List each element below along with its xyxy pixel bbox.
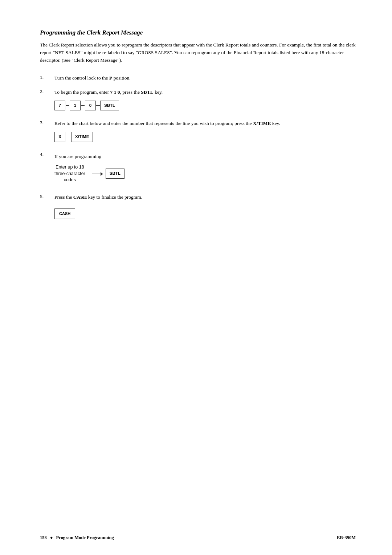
step-2-content: To begin the program, enter 7 1 0, press… <box>54 89 356 114</box>
footer-bullet: ● <box>50 535 53 540</box>
key-7: 7 <box>54 101 65 111</box>
arrow-to-sbtl <box>92 174 103 174</box>
step-4-number: 4. <box>40 151 54 157</box>
step-5: 5. Press the CASH key to finalize the pr… <box>40 194 356 219</box>
step-2-number: 2. <box>40 89 54 94</box>
dash-4 <box>66 137 70 138</box>
arrow-line <box>92 174 103 174</box>
step-3-number: 3. <box>40 120 54 126</box>
step-3-content: Refer to the chart below and enter the n… <box>54 120 356 145</box>
step-5-number: 5. <box>40 194 54 199</box>
step3-key-diagram: X X/TIME <box>54 132 356 142</box>
footer-page-number: 158 <box>40 535 47 540</box>
step4-label-line1: Enter up to 18 <box>56 165 84 170</box>
step-1: 1. Turn the control lock to the P positi… <box>40 74 356 82</box>
footer: 158 ● Program Mode Programming ER-390M <box>40 532 356 540</box>
step-4: 4. If you are programming Enter up to 18… <box>40 151 356 187</box>
footer-model: ER-390M <box>337 535 356 540</box>
step4-diagram: Enter up to 18 three-character codes SBT… <box>54 164 356 183</box>
step-4-content: If you are programming Enter up to 18 th… <box>54 153 356 187</box>
section-title: Programming the Clerk Report Message <box>40 29 356 36</box>
key-cash: CASH <box>54 208 75 219</box>
dash-1 <box>66 105 69 106</box>
key-xtime: X/TIME <box>71 132 93 142</box>
step-3: 3. Refer to the chart below and enter th… <box>40 120 356 145</box>
cash-key-container: CASH <box>54 205 356 219</box>
steps-list: 1. Turn the control lock to the P positi… <box>40 74 356 219</box>
key-sbtl-step4: SBTL <box>106 169 124 179</box>
step-5-content: Press the CASH key to finalize the progr… <box>54 194 356 219</box>
step-2: 2. To begin the program, enter 7 1 0, pr… <box>40 89 356 114</box>
key-x: X <box>54 132 65 142</box>
footer-left: 158 ● Program Mode Programming <box>40 535 114 540</box>
step-1-content: Turn the control lock to the P position. <box>54 74 356 82</box>
key-0: 0 <box>85 101 96 111</box>
step4-label: Enter up to 18 three-character codes <box>54 164 85 183</box>
page: Programming the Clerk Report Message The… <box>0 0 392 555</box>
dash-3 <box>96 105 100 106</box>
key-sbtl-step2: SBTL <box>100 101 119 111</box>
key-1: 1 <box>70 101 81 111</box>
intro-text: The Clerk Report selection allows you to… <box>40 41 356 64</box>
dash-2 <box>81 105 85 106</box>
footer-section: Program Mode Programming <box>56 535 114 540</box>
step2-key-diagram: 7 1 0 SBTL <box>54 101 356 111</box>
step-1-number: 1. <box>40 74 54 80</box>
step4-label-line3: codes <box>64 177 76 182</box>
step4-label-line2: three-character <box>54 171 85 176</box>
